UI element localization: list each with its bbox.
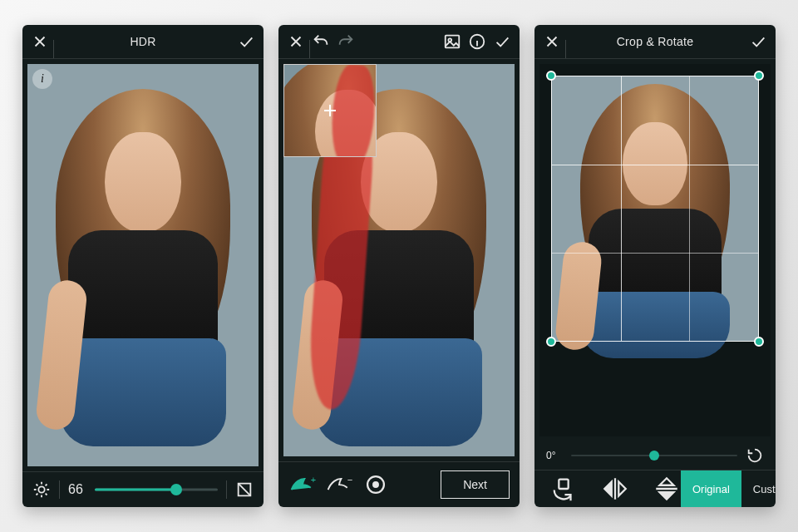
crop-handle-br[interactable]: [754, 337, 764, 347]
topbar: Crop & Rotate: [534, 25, 776, 58]
close-icon[interactable]: [543, 32, 561, 51]
brush-toolbar: + − Next: [278, 462, 520, 507]
brightness-value: 66: [68, 482, 86, 497]
image-canvas[interactable]: [539, 64, 771, 436]
apply-icon[interactable]: [493, 32, 511, 51]
divider: [226, 480, 227, 499]
crop-handle-tl[interactable]: [546, 71, 556, 81]
close-icon[interactable]: [31, 32, 49, 51]
page-title: HDR: [56, 35, 230, 48]
divider: [278, 58, 520, 59]
info-icon[interactable]: [468, 32, 486, 51]
aspect-custom-button[interactable]: Custom: [741, 470, 776, 507]
image-canvas[interactable]: [283, 64, 515, 456]
next-button[interactable]: Next: [441, 470, 510, 499]
svg-point-0: [38, 486, 44, 492]
svg-text:−: −: [347, 475, 352, 485]
undo-icon[interactable]: [312, 32, 330, 51]
brightness-slider[interactable]: [95, 481, 218, 498]
brush-size-icon[interactable]: [362, 473, 390, 496]
divider: [59, 480, 60, 499]
svg-point-7: [373, 482, 378, 487]
topbar: [278, 25, 520, 58]
crop-handle-tr[interactable]: [754, 71, 764, 81]
crop-toolbar: Original Custom: [534, 470, 776, 507]
flip-horizontal-icon[interactable]: [601, 477, 629, 500]
compare-icon[interactable]: [235, 480, 254, 499]
topbar: HDR: [22, 25, 264, 58]
crop-handle-bl[interactable]: [546, 337, 556, 347]
apply-icon[interactable]: [749, 32, 767, 51]
photo-placeholder: [27, 64, 259, 466]
crosshair-icon: [324, 105, 336, 116]
rotate-angle-row: 0°: [534, 441, 776, 470]
close-icon[interactable]: [287, 32, 305, 51]
magnifier-preview: [283, 64, 377, 157]
flip-vertical-icon[interactable]: [653, 477, 681, 500]
crop-frame[interactable]: [551, 76, 759, 342]
svg-rect-8: [559, 480, 568, 489]
page-title: Crop & Rotate: [568, 35, 742, 48]
reset-angle-icon[interactable]: [746, 446, 764, 465]
image-icon[interactable]: [443, 32, 461, 51]
brush-add-icon[interactable]: +: [288, 473, 317, 496]
angle-slider[interactable]: [571, 447, 737, 464]
hdr-controls: 66: [22, 472, 264, 507]
svg-rect-1: [446, 36, 460, 48]
aspect-original-button[interactable]: Original: [681, 470, 741, 507]
info-icon[interactable]: i: [32, 69, 52, 89]
rotate-90-icon[interactable]: [549, 477, 578, 500]
brush-erase-icon[interactable]: −: [325, 473, 353, 496]
screen-crop: Crop & Rotate 0°: [534, 25, 776, 507]
redo-icon[interactable]: [337, 32, 355, 51]
divider: [534, 58, 776, 59]
apply-icon[interactable]: [237, 32, 255, 51]
image-canvas[interactable]: i: [27, 64, 259, 466]
brightness-icon[interactable]: [32, 480, 51, 499]
divider: [22, 58, 264, 59]
screen-brush: + − Next: [278, 25, 520, 507]
svg-text:+: +: [311, 475, 316, 485]
screen-hdr: HDR i 66: [22, 25, 264, 507]
angle-value: 0°: [546, 450, 563, 461]
